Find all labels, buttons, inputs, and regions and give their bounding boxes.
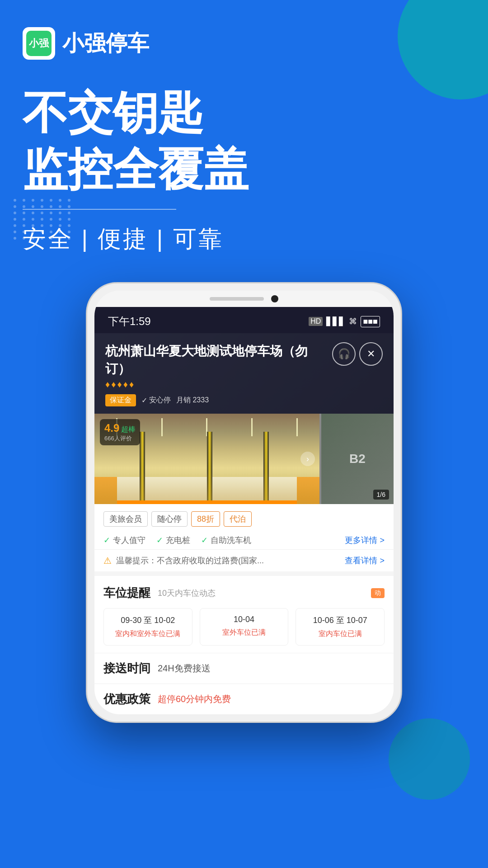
rating-count: 666人评价 bbox=[104, 434, 136, 443]
discount-value: 超停60分钟内免费 bbox=[158, 693, 231, 705]
phone-top-bar bbox=[94, 291, 394, 307]
reminder-subtitle: 10天内车位动态 bbox=[158, 588, 216, 599]
close-button[interactable]: ✕ bbox=[359, 342, 383, 366]
date-status-1: 室内和室外车位已满 bbox=[115, 629, 180, 639]
wifi-icon: ⌘ bbox=[349, 316, 357, 326]
feature-tag-valet: 代泊 bbox=[224, 511, 252, 527]
date-card-1: 09-30 至 10-02 室内和室外车位已满 bbox=[103, 608, 192, 646]
hero-section: 不交钥匙 监控全覆盖 安全 | 便捷 | 可靠 bbox=[0, 60, 488, 255]
date-range-2: 10-04 bbox=[234, 615, 254, 624]
phone-mockup: 下午1:59 HD ▋▋▋ ⌘ ■■■ 杭州萧山华夏大地测试地停车场（勿订） ♦… bbox=[0, 282, 488, 723]
feature-tag-flexible: 随心停 bbox=[151, 511, 188, 527]
rating-badge: 4.9 超棒 666人评价 bbox=[100, 419, 140, 445]
notice-text: 温馨提示：不含政府收取的过路费(国家... bbox=[116, 555, 340, 566]
check-icon: ✓ bbox=[141, 396, 147, 405]
date-range-3: 10-06 至 10-07 bbox=[313, 615, 367, 626]
feature-tags: 美旅会员 随心停 88折 代泊 bbox=[94, 504, 394, 531]
guarantee-tag: 保证金 bbox=[105, 394, 136, 406]
date-range-1: 09-30 至 10-02 bbox=[121, 615, 175, 626]
hero-tagline: 安全 | 便捷 | 可靠 bbox=[23, 223, 465, 255]
amenities-row: ✓ 专人值守 ✓ 充电桩 ✓ 自助洗车机 更多详情 > bbox=[94, 531, 394, 549]
hero-line1: 不交钥匙 bbox=[23, 87, 465, 139]
date-card-2: 10-04 室外车位已满 bbox=[200, 608, 289, 646]
amenity-guard: ✓ 专人值守 bbox=[103, 535, 145, 546]
reminder-title: 车位提醒 bbox=[103, 585, 150, 601]
hero-divider bbox=[23, 209, 176, 210]
battery-icon: ■■■ bbox=[361, 316, 380, 327]
parking-header: 杭州萧山华夏大地测试地停车场（勿订） ♦ ♦ ♦ ♦ ♦ 🎧 ✕ bbox=[94, 333, 394, 414]
more-details-link[interactable]: 更多详情 > bbox=[345, 535, 385, 546]
parking-stars: ♦ ♦ ♦ ♦ ♦ bbox=[105, 379, 328, 390]
camera-dot bbox=[271, 295, 278, 302]
warning-icon: ⚠ bbox=[103, 555, 112, 566]
feature-tag-member: 美旅会员 bbox=[103, 511, 148, 527]
parking-actions: 🎧 ✕ bbox=[332, 342, 383, 366]
parking-side-image[interactable]: 1/6 bbox=[321, 414, 394, 504]
shuttle-title: 接送时间 bbox=[103, 660, 150, 676]
logo-icon: 小强 bbox=[26, 31, 52, 56]
image-next-arrow[interactable]: › bbox=[300, 452, 315, 466]
speaker-grille bbox=[210, 297, 264, 301]
image-counter: 1/6 bbox=[373, 490, 389, 500]
rating-score: 4.9 bbox=[104, 422, 119, 434]
status-icons: HD ▋▋▋ ⌘ ■■■ bbox=[309, 316, 380, 327]
discount-section: 优惠政策 超停60分钟内免费 bbox=[94, 684, 394, 714]
date-card-3: 10-06 至 10-07 室内车位已满 bbox=[296, 608, 385, 646]
parking-main-image[interactable]: 4.9 超棒 666人评价 › bbox=[94, 414, 319, 504]
reminder-badge: 动 bbox=[371, 588, 385, 598]
signal-icon: ▋▋▋ bbox=[326, 316, 345, 326]
shuttle-value: 24H免费接送 bbox=[158, 662, 211, 675]
date-cards: 09-30 至 10-02 室内和室外车位已满 10-04 室外车位已满 10-… bbox=[103, 608, 385, 646]
status-bar: 下午1:59 HD ▋▋▋ ⌘ ■■■ bbox=[94, 307, 394, 333]
notice-link[interactable]: 查看详情 > bbox=[345, 555, 385, 566]
rating-label: 超棒 bbox=[121, 425, 136, 434]
date-status-3: 室内车位已满 bbox=[319, 629, 362, 639]
status-time: 下午1:59 bbox=[108, 314, 151, 329]
check-circle-icon-3: ✓ bbox=[201, 535, 208, 545]
app-header: 小强 小强停车 bbox=[0, 0, 488, 60]
hd-icon: HD bbox=[309, 317, 323, 326]
notice-row: ⚠ 温馨提示：不含政府收取的过路费(国家... 查看详情 > bbox=[94, 549, 394, 571]
parking-images[interactable]: 4.9 超棒 666人评价 › 1/6 bbox=[94, 414, 394, 504]
app-title: 小强停车 bbox=[62, 29, 149, 58]
app-logo: 小强 bbox=[23, 27, 55, 60]
headset-button[interactable]: 🎧 bbox=[332, 342, 356, 366]
feature-tag-discount: 88折 bbox=[191, 511, 220, 527]
date-status-2: 室外车位已满 bbox=[222, 628, 266, 637]
discount-title: 优惠政策 bbox=[103, 691, 150, 707]
parking-info: 杭州萧山华夏大地测试地停车场（勿订） ♦ ♦ ♦ ♦ ♦ bbox=[105, 342, 328, 390]
parking-reminder-section: 车位提醒 10天内车位动态 动 09-30 至 10-02 室内和室外车位已满 … bbox=[94, 571, 394, 653]
check-circle-icon-2: ✓ bbox=[156, 535, 163, 545]
safe-tag: ✓ 安心停 bbox=[141, 396, 171, 405]
parking-title: 杭州萧山华夏大地测试地停车场（勿订） bbox=[105, 342, 328, 377]
amenity-carwash: ✓ 自助洗车机 bbox=[201, 535, 251, 546]
bottom-circle bbox=[389, 718, 470, 800]
shuttle-section: 接送时间 24H免费接送 bbox=[94, 653, 394, 684]
hero-line2: 监控全覆盖 bbox=[23, 143, 465, 195]
monthly-sales: 月销 2333 bbox=[176, 396, 209, 405]
amenity-charging: ✓ 充电桩 bbox=[156, 535, 190, 546]
check-circle-icon: ✓ bbox=[103, 535, 110, 545]
